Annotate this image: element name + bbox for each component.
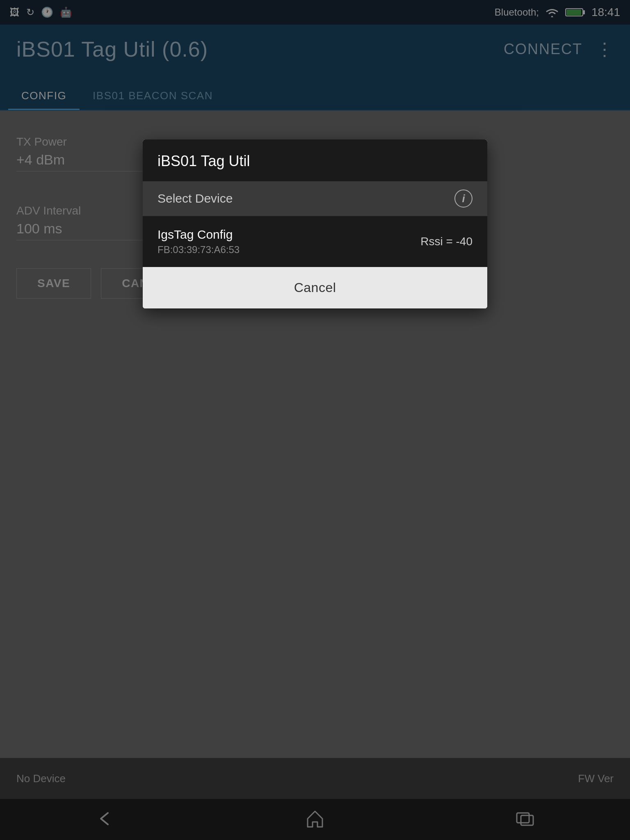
dialog-body: Select Device i IgsTag Config FB:03:39:7… [143, 181, 487, 267]
dialog-select-header: Select Device i [143, 181, 487, 216]
dialog-title: iBS01 Tag Util [158, 153, 250, 169]
device-info: IgsTag Config FB:03:39:73:A6:53 [158, 228, 240, 256]
device-name: IgsTag Config [158, 228, 240, 242]
dialog-select-label: Select Device [158, 192, 233, 205]
dialog-device-item[interactable]: IgsTag Config FB:03:39:73:A6:53 Rssi = -… [143, 216, 487, 267]
info-button[interactable]: i [454, 189, 472, 208]
dialog: iBS01 Tag Util Select Device i IgsTag Co… [143, 139, 487, 308]
dialog-title-bar: iBS01 Tag Util [143, 139, 487, 181]
dialog-cancel-button[interactable]: Cancel [143, 267, 487, 308]
device-address: FB:03:39:73:A6:53 [158, 244, 240, 256]
overlay [0, 0, 630, 840]
device-rssi: Rssi = -40 [420, 235, 472, 248]
